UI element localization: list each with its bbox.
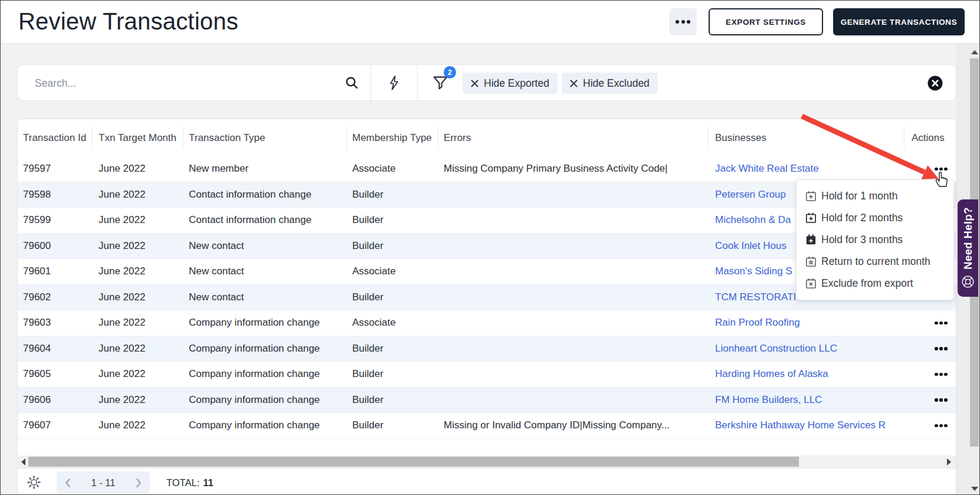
- header-more-actions-button[interactable]: [669, 8, 697, 35]
- scroll-down-arrow[interactable]: [971, 487, 978, 491]
- cell-transaction-type: Contact information change: [189, 208, 343, 233]
- business-link[interactable]: Harding Homes of Alaska: [715, 362, 904, 387]
- cell-membership-type: Builder: [352, 208, 436, 233]
- review-transactions-window: Review Transactions EXPORT SETTINGS GENE…: [0, 0, 980, 495]
- scroll-left-arrow[interactable]: [21, 458, 25, 466]
- context-menu-item[interactable]: Hold for 1 month: [797, 185, 953, 207]
- cell-transaction-type: Company information change: [189, 413, 343, 438]
- cell-errors: [444, 259, 706, 284]
- filter-chip-hide-exported[interactable]: Hide Exported: [463, 73, 558, 94]
- cell-txn-target-month: June 2022: [99, 234, 181, 259]
- business-link[interactable]: Berkshire Hathaway Home Services R: [715, 413, 904, 438]
- cell-transaction-id: 79604: [23, 336, 89, 362]
- filter-count-badge: 2: [444, 66, 456, 78]
- context-menu-item-label: Exclude from export: [821, 277, 913, 290]
- cell-membership-type: Associate: [352, 156, 436, 182]
- business-link[interactable]: Rain Proof Roofing: [715, 310, 904, 336]
- row-actions-button[interactable]: [929, 388, 953, 413]
- total-count: TOTAL:11: [166, 468, 214, 495]
- column-header-transaction-id[interactable]: Transaction Id: [23, 119, 89, 156]
- cell-errors: [444, 336, 706, 362]
- close-x-icon: [570, 80, 578, 87]
- row-actions-button[interactable]: [929, 156, 953, 182]
- cell-txn-target-month: June 2022: [99, 413, 181, 438]
- context-menu-item[interactable]: Return to current month: [797, 251, 953, 273]
- calendar-plus-filled-icon: [805, 234, 817, 246]
- page-header: Review Transactions EXPORT SETTINGS GENE…: [1, 1, 979, 44]
- calendar-x-icon: [805, 277, 817, 290]
- lightning-bolt-icon[interactable]: [384, 65, 405, 100]
- total-value: 11: [203, 477, 213, 488]
- pagination: 1 - 11: [57, 471, 150, 494]
- column-header-transaction-type[interactable]: Transaction Type: [189, 119, 343, 156]
- cell-membership-type: Builder: [352, 234, 436, 259]
- context-menu-item[interactable]: Hold for 2 months: [797, 207, 953, 229]
- calendar-plus-bold-icon: [805, 212, 817, 224]
- gear-icon[interactable]: [27, 476, 41, 491]
- cell-transaction-id: 79605: [23, 362, 89, 387]
- calendar-plus-icon: [805, 190, 817, 202]
- cell-transaction-type: Company information change: [189, 310, 343, 336]
- scroll-up-arrow[interactable]: [971, 50, 978, 54]
- row-actions-button[interactable]: [929, 310, 953, 336]
- column-header-actions[interactable]: Actions: [912, 119, 956, 156]
- divider: [417, 65, 418, 100]
- cell-transaction-id: 79606: [23, 388, 89, 413]
- kebab-horizontal-icon: [676, 20, 679, 24]
- row-actions-button[interactable]: [929, 413, 953, 438]
- horizontal-scrollbar-thumb[interactable]: [28, 457, 799, 467]
- context-menu-item-label: Hold for 2 months: [821, 212, 903, 224]
- cell-errors: [444, 182, 706, 208]
- cell-transaction-id: 79599: [23, 208, 89, 233]
- previous-page-button[interactable]: [65, 478, 71, 488]
- column-separator: [707, 126, 708, 149]
- column-separator: [346, 126, 347, 149]
- row-actions-context-menu: Hold for 1 monthHold for 2 monthsHold fo…: [796, 179, 954, 300]
- cell-txn-target-month: June 2022: [99, 285, 181, 310]
- table-footer: 1 - 11 TOTAL:11: [18, 468, 956, 495]
- business-link[interactable]: Jack White Real Estate: [715, 156, 904, 182]
- column-header-errors[interactable]: Errors: [444, 119, 703, 156]
- cell-transaction-id: 79607: [23, 413, 89, 438]
- search-input[interactable]: [34, 73, 331, 93]
- need-help-label: Need Help?: [962, 207, 975, 270]
- cell-txn-target-month: June 2022: [99, 259, 181, 284]
- scroll-right-arrow[interactable]: [947, 458, 951, 466]
- cell-transaction-type: Company information change: [189, 336, 343, 362]
- divider: [371, 65, 371, 100]
- search-filter-bar: 2 Hide Exported Hide Excluded: [17, 64, 956, 101]
- next-page-button[interactable]: [136, 478, 142, 488]
- context-menu-item-label: Hold for 1 month: [821, 190, 897, 202]
- row-actions-button[interactable]: [929, 336, 953, 362]
- column-separator: [438, 126, 438, 149]
- filter-chip-label: Hide Excluded: [583, 77, 650, 90]
- need-help-tab[interactable]: Need Help?: [958, 199, 978, 297]
- cell-txn-target-month: June 2022: [99, 208, 181, 233]
- business-link[interactable]: Lionheart Construction LLC: [715, 336, 904, 362]
- export-settings-button[interactable]: EXPORT SETTINGS: [709, 8, 823, 35]
- row-actions-button[interactable]: [929, 362, 953, 387]
- cell-transaction-id: 79601: [23, 259, 89, 284]
- context-menu-item[interactable]: Hold for 3 months: [797, 229, 953, 251]
- transactions-table: Transaction Id Txn Target Month Transact…: [17, 119, 956, 495]
- column-header-membership-type[interactable]: Membership Type: [352, 119, 436, 156]
- context-menu-item[interactable]: Exclude from export: [797, 273, 953, 294]
- business-link[interactable]: FM Home Builders, LLC: [715, 388, 904, 413]
- clear-search-button[interactable]: [927, 76, 943, 91]
- search-icon[interactable]: [341, 65, 362, 100]
- cell-membership-type: Associate: [352, 310, 436, 336]
- cell-errors: [444, 310, 706, 336]
- cell-transaction-type: New contact: [189, 285, 343, 310]
- cell-transaction-id: 79597: [23, 156, 89, 182]
- table-row: 79603June 2022Company information change…: [18, 310, 956, 336]
- column-header-businesses[interactable]: Businesses: [715, 119, 901, 156]
- table-row: 79606June 2022Company information change…: [18, 388, 956, 414]
- cell-transaction-id: 79603: [23, 310, 89, 336]
- cell-transaction-type: Company information change: [189, 362, 343, 387]
- cell-membership-type: Builder: [352, 388, 436, 413]
- cell-txn-target-month: June 2022: [99, 336, 181, 362]
- filter-chip-hide-excluded[interactable]: Hide Excluded: [562, 73, 658, 94]
- generate-transactions-button[interactable]: GENERATE TRANSACTIONS: [833, 8, 965, 35]
- cell-txn-target-month: June 2022: [99, 310, 181, 336]
- column-header-txn-target-month[interactable]: Txn Target Month: [99, 119, 181, 156]
